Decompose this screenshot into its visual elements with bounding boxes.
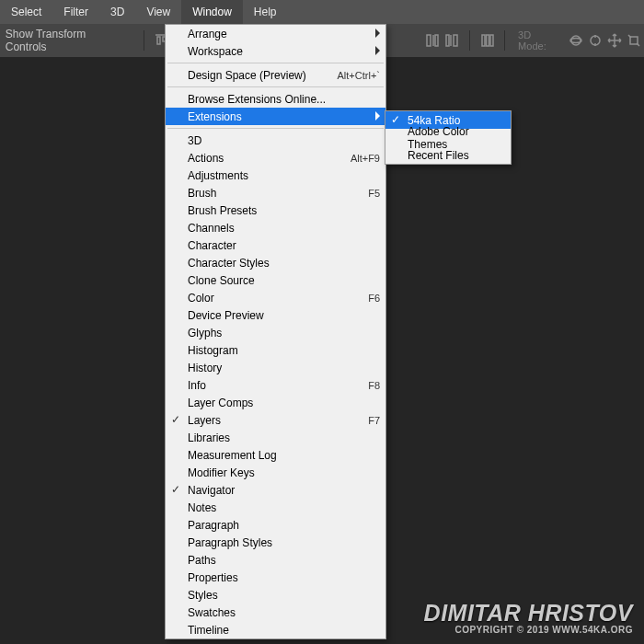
menu-item[interactable]: Brush Presets [166,201,385,219]
extensions-submenu: ✓54ka RatioAdobe Color ThemesRecent File… [385,110,512,165]
menu-item[interactable]: ActionsAlt+F9 [166,149,385,167]
distribute-icon[interactable] [477,30,497,51]
menu-item[interactable]: BrushF5 [166,184,385,201]
watermark-copyright: COPYRIGHT © 2019 WWW.54KA.ORG [424,625,633,635]
menu-item-label: Adjustments [188,169,380,182]
menu-item[interactable]: ✓Navigator [166,481,385,499]
menu-item[interactable]: Extensions [166,108,385,125]
svg-point-19 [570,39,581,43]
menu-item-window[interactable]: Window [181,0,243,24]
menu-item[interactable]: Clone Source [166,271,385,289]
menu-item[interactable]: Workspace [166,42,385,60]
menu-item[interactable]: Adjustments [166,167,385,184]
align-option-b-icon[interactable] [443,30,462,51]
3d-orbit-icon[interactable] [566,30,585,51]
menu-item-label: Navigator [188,484,380,497]
svg-rect-17 [490,35,493,46]
3d-rotate-icon[interactable] [585,30,604,51]
menu-item-label: Channels [188,222,380,235]
menu-item[interactable]: ColorF6 [166,289,385,306]
menu-item-label: Swatches [188,606,380,619]
menu-item-label: Modifier Keys [188,466,380,479]
divider [144,30,144,51]
menu-item[interactable]: Design Space (Preview)Alt+Ctrl+` [166,66,385,84]
3d-mode-label: 3D Mode: [518,29,560,52]
divider [469,30,470,51]
menu-item[interactable]: Timeline [166,621,385,638]
menu-item[interactable]: Measurement Log [166,446,385,464]
3d-move-icon[interactable] [605,30,625,51]
svg-rect-11 [435,35,438,46]
menu-item[interactable]: Arrange [166,25,385,42]
menu-item[interactable]: Browse Extensions Online... [166,90,385,108]
watermark-author: DIMITAR HRISTOV [424,602,633,625]
svg-rect-14 [454,35,457,46]
menu-item[interactable]: ✓LayersF7 [166,411,385,429]
menu-item-label: Paragraph [188,519,380,532]
menu-item[interactable]: InfoF8 [166,376,385,394]
3d-scale-icon[interactable] [625,30,644,51]
show-transform-label: Show Transform Controls [6,28,126,53]
menu-item-label: Arrange [188,28,380,40]
menu-item-accelerator: Alt+Ctrl+` [338,70,380,81]
menu-item-label: Styles [188,589,380,602]
menu-item[interactable]: Channels [166,219,385,236]
menu-item-label: Histogram [188,344,380,357]
check-icon: ✓ [391,113,400,126]
svg-rect-9 [427,35,431,46]
menu-separator [167,86,384,87]
menu-item-label: 3D [188,134,380,147]
menu-item[interactable]: Styles [166,586,385,604]
menu-item[interactable]: Glyphs [166,324,385,341]
menu-item[interactable]: Modifier Keys [166,464,385,481]
menu-item[interactable]: Paragraph [166,516,385,534]
menu-item-select[interactable]: Select [0,0,52,24]
menu-item-filter[interactable]: Filter [52,0,99,24]
menu-item[interactable]: Paths [166,551,385,569]
menu-item[interactable]: Libraries [166,429,385,446]
menu-item[interactable]: Character [166,236,385,254]
menu-item-view[interactable]: View [135,0,181,24]
submenu-item[interactable]: Recent Files [385,146,511,164]
menu-item-label: Character [188,239,380,252]
submenu-arrow-icon [375,46,380,55]
menu-item-label: Notes [188,501,380,514]
menu-item-accelerator: F6 [368,293,380,304]
menu-item-label: Device Preview [188,309,380,322]
menu-item[interactable]: Character Styles [166,254,385,271]
menu-item-help[interactable]: Help [243,0,288,24]
menu-item-label: Color [188,292,361,305]
menu-item-label: Clone Source [188,274,380,287]
menu-item[interactable]: Notes [166,499,385,516]
menu-item-label: Brush [188,187,361,200]
menu-item[interactable]: Layer Comps [166,394,385,411]
svg-rect-12 [446,35,449,46]
submenu-item[interactable]: Adobe Color Themes [385,129,511,146]
menu-item-label: Brush Presets [188,204,380,217]
menu-item[interactable]: 3D [166,132,385,149]
svg-point-18 [571,36,581,45]
menu-item-label: Character Styles [188,257,380,270]
check-icon: ✓ [171,413,180,426]
align-option-a-icon[interactable] [423,30,443,51]
menubar: Select Filter 3D View Window Help [0,0,644,24]
menu-item-label: Glyphs [188,327,380,339]
menu-item[interactable]: Histogram [166,341,385,359]
menu-item[interactable]: History [166,359,385,376]
window-menu-dropdown: ArrangeWorkspaceDesign Space (Preview)Al… [165,24,386,639]
menu-item-label: Measurement Log [188,449,380,462]
divider [504,30,505,51]
check-icon: ✓ [171,483,180,496]
menu-item[interactable]: Paragraph Styles [166,534,385,551]
menu-item-label: Layers [188,414,361,427]
menu-item-label: Actions [188,152,343,165]
menu-item[interactable]: Properties [166,569,385,586]
svg-rect-16 [486,35,489,46]
menu-item[interactable]: Swatches [166,604,385,621]
menu-item-3d[interactable]: 3D [99,0,135,24]
submenu-item-label: Recent Files [408,149,469,162]
menu-item-label: History [188,362,380,374]
menu-item[interactable]: Device Preview [166,306,385,324]
menu-item-label: Info [188,379,361,392]
menu-item-label: Workspace [188,45,380,58]
